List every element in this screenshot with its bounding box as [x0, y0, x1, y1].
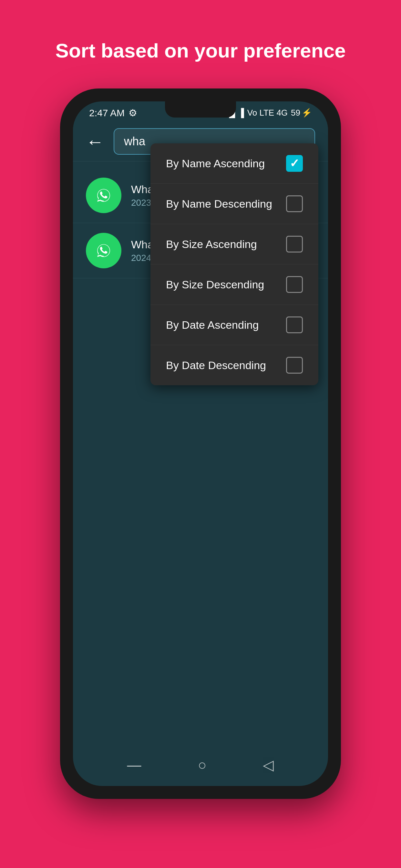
network-label: Vo LTE 4G	[247, 108, 288, 118]
status-left: 2:47 AM ⚙	[89, 107, 137, 119]
settings-icon: ⚙	[128, 107, 137, 119]
battery-icon: 59 ⚡	[291, 108, 312, 118]
sort-option-date-asc-label: By Date Ascending	[166, 319, 258, 331]
svg-point-0	[94, 185, 114, 206]
sort-option-date-desc[interactable]: By Date Descending	[150, 345, 318, 385]
sort-dropdown: By Name Ascending By Name Descending By …	[150, 144, 318, 385]
sort-option-name-desc[interactable]: By Name Descending	[150, 184, 318, 224]
page-title: Sort based on your preference	[29, 39, 371, 63]
phone-screen: 2:47 AM ⚙ ▐▌▐ Vo LTE 4G 59 ⚡ ← wha	[73, 101, 328, 786]
back-button[interactable]: ←	[86, 131, 104, 152]
phone-notch	[165, 101, 236, 118]
sort-option-date-asc-checkbox[interactable]	[286, 316, 303, 333]
sort-option-name-asc-label: By Name Ascending	[166, 157, 265, 170]
sort-option-date-desc-label: By Date Descending	[166, 359, 266, 372]
bottom-nav: — ○ ◁	[73, 750, 328, 779]
sort-option-name-asc-checkbox[interactable]	[286, 155, 303, 172]
svg-point-1	[94, 241, 114, 260]
sort-option-name-desc-label: By Name Descending	[166, 197, 272, 210]
battery-level: 59	[291, 108, 300, 118]
phone-frame: 2:47 AM ⚙ ▐▌▐ Vo LTE 4G 59 ⚡ ← wha	[60, 89, 341, 799]
sort-option-date-asc[interactable]: By Date Ascending	[150, 305, 318, 345]
nav-recent-button[interactable]: ◁	[263, 756, 274, 773]
sort-option-size-desc-checkbox[interactable]	[286, 276, 303, 293]
file-icon-whatsapp	[86, 178, 121, 213]
nav-home-button[interactable]: ○	[198, 757, 207, 773]
time-display: 2:47 AM	[89, 107, 125, 119]
sort-option-date-desc-checkbox[interactable]	[286, 357, 303, 374]
sort-option-name-asc[interactable]: By Name Ascending	[150, 144, 318, 184]
sort-option-size-desc-label: By Size Descending	[166, 278, 264, 291]
battery-symbol: ⚡	[302, 108, 312, 118]
sort-option-size-desc[interactable]: By Size Descending	[150, 265, 318, 305]
sort-option-size-asc[interactable]: By Size Ascending	[150, 224, 318, 265]
sort-option-size-asc-label: By Size Ascending	[166, 238, 257, 251]
file-icon-whatsapp-2	[86, 233, 121, 268]
status-right: ▐▌▐ Vo LTE 4G 59 ⚡	[226, 108, 312, 118]
nav-back-button[interactable]: —	[127, 757, 142, 773]
sort-option-name-desc-checkbox[interactable]	[286, 195, 303, 212]
sort-option-size-asc-checkbox[interactable]	[286, 236, 303, 252]
